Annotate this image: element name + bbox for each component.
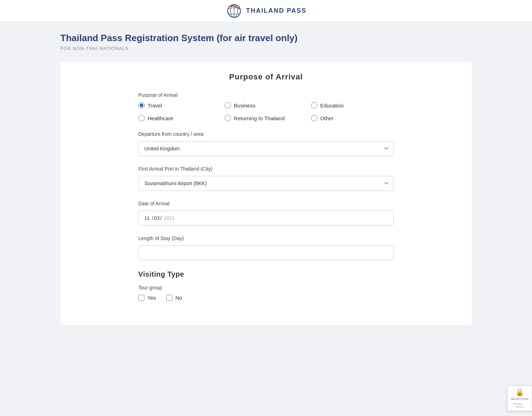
radio-healthcare-input[interactable] (138, 115, 145, 121)
purpose-radio-grid: Travel Business Education Healthcare (138, 102, 394, 121)
radio-education[interactable]: Education (311, 102, 394, 109)
checkbox-yes[interactable]: Yes (138, 295, 156, 301)
radio-returning-label: Returning to Thailand (234, 115, 284, 121)
visiting-type-group: Visiting Type Tour group Yes No (138, 270, 394, 301)
radio-education-input[interactable] (311, 102, 317, 109)
radio-returning[interactable]: Returning to Thailand (225, 115, 307, 121)
radio-travel-input[interactable] (138, 102, 145, 109)
page-subtitle: FOR NON-THAI NATIONALS (60, 46, 472, 51)
date-year: 2021 (164, 215, 175, 221)
radio-healthcare[interactable]: Healthcare (138, 115, 221, 121)
recaptcha-terms: Terms (516, 405, 523, 409)
recaptcha-badge: 🔒 reCAPTCHA Privacy - Terms (507, 386, 532, 411)
tour-group-label: Tour group (138, 285, 394, 290)
checkbox-yes-input[interactable] (138, 295, 144, 301)
form-area: Purpose of Arrival Travel Business Educa… (131, 92, 401, 301)
page-main-title: Thailand Pass Registration System (for a… (60, 33, 472, 44)
arrival-port-select[interactable]: Suvarnabhumi Airport (BKK) Don Mueang Ai… (138, 176, 394, 191)
recaptcha-links: Privacy - Terms (511, 402, 528, 409)
purpose-group: Purpose of Arrival Travel Business Educa… (138, 92, 394, 121)
section-heading: Purpose of Arrival (60, 72, 472, 82)
radio-business-label: Business (234, 102, 255, 109)
arrival-port-group: First Arrival Port in Thailand (City) Su… (138, 166, 394, 191)
section-card: Purpose of Arrival Purpose of Arrival Tr… (60, 62, 472, 325)
logo: THAILAND PASS (226, 4, 307, 18)
radio-healthcare-label: Healthcare (148, 115, 173, 121)
stay-group: Length of Stay (Day) (138, 235, 394, 260)
departure-select[interactable]: United Kingdom United States China Japan… (138, 141, 394, 156)
checkbox-no-label: No (175, 295, 182, 301)
date-sep-1: / (151, 215, 154, 221)
recaptcha-label: reCAPTCHA (511, 397, 529, 401)
visiting-type-heading: Visiting Type (138, 270, 394, 278)
radio-business[interactable]: Business (225, 102, 307, 109)
date-month: 03 (154, 215, 160, 221)
recaptcha-privacy: Privacy (513, 402, 522, 405)
checkbox-no[interactable]: No (166, 295, 182, 301)
radio-other-input[interactable] (311, 115, 317, 121)
radio-other[interactable]: Other (311, 115, 394, 121)
header-title: THAILAND PASS (246, 7, 307, 15)
date-sep-2: / (160, 215, 163, 221)
radio-other-label: Other (320, 115, 334, 121)
purpose-label: Purpose of Arrival (138, 92, 394, 98)
radio-business-input[interactable] (225, 102, 231, 109)
radio-travel[interactable]: Travel (138, 102, 221, 109)
date-day: 11 (144, 215, 150, 221)
header: THAILAND PASS (0, 0, 532, 22)
stay-label: Length of Stay (Day) (138, 235, 394, 241)
departure-label: Departure from country / area (138, 131, 394, 137)
checkbox-yes-label: Yes (147, 295, 156, 301)
page-content: Thailand Pass Registration System (for a… (53, 22, 479, 346)
radio-returning-input[interactable] (225, 115, 231, 121)
date-group: Date of Arrival 11 / 03 / 2021 (138, 201, 394, 226)
departure-group: Departure from country / area United Kin… (138, 131, 394, 156)
arrival-port-label: First Arrival Port in Thailand (City) (138, 166, 394, 172)
date-input-wrapper[interactable]: 11 / 03 / 2021 (138, 211, 394, 226)
radio-education-label: Education (320, 102, 344, 109)
date-label: Date of Arrival (138, 201, 394, 206)
checkbox-no-input[interactable] (166, 295, 172, 301)
tour-group-checkboxes: Yes No (138, 295, 394, 301)
tour-group-section: Tour group Yes No (138, 285, 394, 301)
recaptcha-logo-icon: 🔒 (515, 388, 524, 396)
stay-input[interactable] (138, 245, 394, 260)
logo-icon (226, 4, 243, 18)
radio-travel-label: Travel (148, 102, 162, 109)
